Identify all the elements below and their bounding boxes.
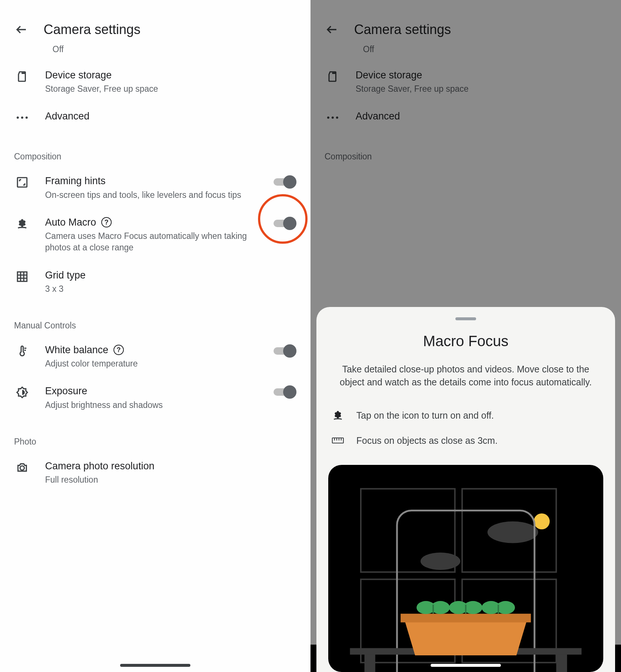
auto-macro-label: Auto Macro	[45, 216, 96, 229]
device-storage-row[interactable]: Device storage Storage Saver, Free up sp…	[0, 61, 310, 102]
help-icon[interactable]: ?	[101, 217, 112, 227]
svg-point-17	[421, 553, 461, 570]
camera-icon	[14, 459, 30, 476]
nav-bar-pill[interactable]	[120, 664, 190, 667]
row-subtitle: Storage Saver, Free up space	[45, 83, 263, 95]
svg-point-2	[26, 116, 28, 119]
svg-point-16	[488, 521, 538, 543]
white-balance-row[interactable]: White balance ? Adjust color temperature	[0, 336, 310, 377]
row-subtitle: Adjust color temperature	[45, 358, 263, 369]
settings-screen-normal: Camera settings Off Device storage Stora…	[0, 0, 310, 672]
svg-point-0	[17, 116, 19, 119]
svg-rect-22	[556, 655, 567, 672]
advanced-row[interactable]: Advanced	[0, 102, 310, 133]
svg-rect-3	[17, 178, 27, 188]
flower-icon	[14, 216, 30, 232]
svg-rect-21	[364, 655, 375, 672]
row-title: White balance ?	[45, 343, 263, 357]
back-icon[interactable]	[14, 22, 29, 37]
row-subtitle: Camera uses Macro Focus automatically wh…	[45, 230, 263, 253]
section-photo: Photo	[0, 418, 310, 452]
row-subtitle: On-screen tips and tools, like levelers …	[45, 189, 263, 201]
sheet-tip-text: Tap on the icon to turn on and off.	[356, 410, 494, 421]
row-title: Camera photo resolution	[45, 459, 263, 473]
row-title: Grid type	[45, 269, 263, 282]
row-subtitle: Full resolution	[45, 474, 263, 486]
brightness-icon	[14, 384, 30, 401]
exposure-toggle[interactable]	[274, 386, 295, 398]
ruler-icon	[330, 433, 345, 448]
auto-macro-toggle[interactable]	[274, 217, 295, 230]
sheet-description: Take detailed close-up photos and videos…	[333, 363, 599, 389]
sheet-title: Macro Focus	[328, 333, 603, 349]
thermometer-icon	[14, 343, 30, 359]
svg-point-18	[534, 513, 550, 529]
svg-rect-23	[401, 614, 531, 622]
row-title: Device storage	[45, 68, 263, 82]
sheet-grabber[interactable]	[455, 317, 476, 320]
photo-resolution-row[interactable]: Camera photo resolution Full resolution	[0, 452, 310, 493]
grid-type-row[interactable]: Grid type 3 x 3	[0, 261, 310, 302]
row-subtitle: Adjust brightness and shadows	[45, 399, 263, 411]
auto-macro-row[interactable]: Auto Macro ? Camera uses Macro Focus aut…	[0, 208, 310, 261]
exposure-row[interactable]: Exposure Adjust brightness and shadows	[0, 377, 310, 418]
framing-hints-toggle[interactable]	[274, 176, 295, 188]
svg-rect-11	[332, 438, 343, 443]
svg-rect-5	[17, 272, 27, 281]
row-subtitle: 3 x 3	[45, 283, 263, 295]
section-composition: Composition	[0, 133, 310, 167]
sheet-tip-distance: Focus on objects as close as 3cm.	[328, 428, 603, 453]
svg-point-1	[21, 116, 23, 119]
row-title: Framing hints	[45, 174, 263, 188]
sd-card-icon	[14, 68, 30, 85]
row-title: Exposure	[45, 384, 263, 398]
row-title: Advanced	[45, 109, 263, 123]
help-icon[interactable]: ?	[113, 345, 124, 355]
flower-icon	[330, 408, 345, 423]
macro-illustration	[328, 465, 603, 672]
white-balance-toggle[interactable]	[274, 345, 295, 357]
white-balance-label: White balance	[45, 343, 108, 357]
nav-bar-pill[interactable]	[431, 664, 501, 667]
framing-hints-row[interactable]: Framing hints On-screen tips and tools, …	[0, 167, 310, 208]
header: Camera settings	[0, 0, 310, 44]
previous-item-value: Off	[0, 44, 310, 61]
sheet-tip-toggle: Tap on the icon to turn on and off.	[328, 403, 603, 428]
sheet-tip-text: Focus on objects as close as 3cm.	[356, 435, 498, 446]
row-title: Auto Macro ?	[45, 216, 263, 229]
framing-icon	[14, 174, 30, 190]
section-manual: Manual Controls	[0, 302, 310, 336]
macro-focus-sheet: Macro Focus Take detailed close-up photo…	[316, 307, 615, 672]
grid-icon	[14, 269, 30, 285]
svg-point-6	[20, 466, 24, 470]
page-title: Camera settings	[44, 22, 140, 37]
settings-screen-sheet: Camera settings Off Device storage Stora…	[310, 0, 621, 672]
more-icon	[14, 109, 30, 126]
